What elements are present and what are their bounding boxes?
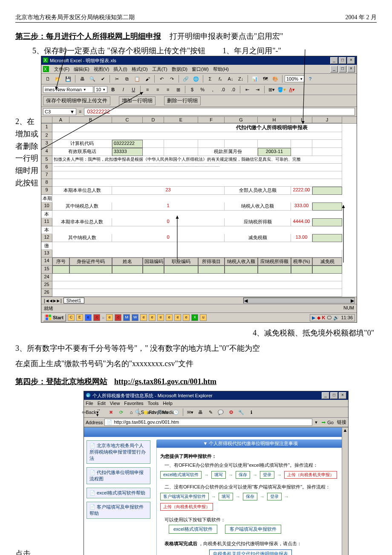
inc-dec-icon[interactable]: .0	[218, 85, 228, 94]
task-icon[interactable]: e	[85, 314, 92, 321]
task-icon[interactable]: ♫	[93, 314, 100, 321]
name-box[interactable]: C3▼	[43, 108, 76, 115]
align-right-icon[interactable]: ≡	[163, 85, 173, 94]
ie-menu-help[interactable]: Help	[163, 401, 173, 406]
kingsoft-icon[interactable]: ❂	[226, 408, 236, 416]
minimize-button[interactable]: _	[330, 57, 338, 64]
row-7[interactable]: 7	[41, 171, 52, 179]
ie-menu-edit[interactable]: Edit	[98, 401, 106, 406]
ie-menu-view[interactable]: View	[110, 401, 120, 406]
comma-icon[interactable]: ,	[208, 85, 217, 94]
formula-value[interactable]: 03222222	[84, 108, 355, 116]
ie-close-button[interactable]: ×	[339, 392, 346, 399]
tray-icon[interactable]: 🖵	[327, 315, 331, 320]
percent-icon[interactable]: %	[198, 85, 207, 94]
media-button[interactable]: 🎵Media	[161, 408, 170, 416]
menu-edit[interactable]: 编辑(E)	[74, 66, 89, 72]
col-F[interactable]: F	[198, 117, 225, 123]
drawing-icon[interactable]: 🎨	[271, 75, 280, 83]
col-D[interactable]: D	[143, 117, 164, 123]
indent-inc-icon[interactable]: ⇥	[253, 85, 262, 94]
links-label[interactable]: 链接	[337, 419, 346, 425]
tray-icon[interactable]: ◆	[317, 315, 320, 321]
tray-icon[interactable]: K	[322, 315, 326, 320]
row-2[interactable]: 2	[41, 132, 52, 140]
task-icon[interactable]: e	[157, 314, 164, 321]
task-icon[interactable]: C	[68, 314, 75, 321]
map-icon[interactable]: 🗺	[260, 75, 270, 83]
row-1[interactable]: 1	[41, 124, 52, 132]
format-painter-icon[interactable]: 🖌	[143, 75, 152, 83]
undo-icon[interactable]: ↶	[157, 75, 166, 83]
sidebar-item[interactable]: 📄客户端填写及申报软件帮助	[86, 502, 150, 519]
row-25[interactable]: 25	[41, 281, 52, 289]
col-A[interactable]: A	[52, 117, 69, 123]
print-icon[interactable]: 🖶	[196, 408, 205, 416]
preview-icon[interactable]: 🔍	[88, 75, 97, 83]
menu-file[interactable]: 文件(F)	[54, 66, 69, 72]
col-H[interactable]: H	[258, 117, 291, 123]
autosum-icon[interactable]: Σ	[205, 75, 215, 83]
download-excel-button[interactable]: excel格式填写软件	[169, 525, 217, 534]
value-computer-code[interactable]: 03222222	[112, 140, 143, 148]
scrollbar[interactable]: ▲▼	[342, 428, 348, 555]
row-4[interactable]: 4	[41, 148, 52, 156]
underline-icon[interactable]: U	[129, 85, 138, 94]
font-name-combo[interactable]: imes New Roman▼	[43, 86, 93, 93]
sheet1-tab[interactable]: Sheet1	[63, 298, 84, 304]
help-icon[interactable]: ?	[306, 75, 315, 83]
value-phone[interactable]: 33333	[112, 148, 143, 156]
row-11[interactable]: 11	[41, 218, 52, 226]
sidebar-item[interactable]: 📄代扣代缴单位明细申报流程图	[86, 467, 150, 484]
task-icon[interactable]: X	[191, 314, 198, 321]
task-icon[interactable]: E	[76, 314, 83, 321]
row-13[interactable]: 13	[41, 250, 52, 257]
go-button[interactable]: ⮕Go	[320, 420, 335, 425]
doc-restore-button[interactable]: □	[339, 66, 346, 72]
ie-menu-file[interactable]: File	[86, 401, 93, 406]
task-icon[interactable]: e	[106, 314, 113, 321]
mail-icon[interactable]: ✉▾	[185, 408, 195, 416]
bold-icon[interactable]: B	[108, 85, 118, 94]
row-10[interactable]: 10	[41, 202, 52, 211]
row-26[interactable]: 26	[41, 289, 52, 297]
forward-button[interactable]: → ▾	[96, 408, 105, 416]
doc-minimize-button[interactable]: _	[330, 66, 338, 72]
discuss-icon[interactable]: 💬	[216, 408, 225, 416]
align-left-icon[interactable]: ≡	[143, 85, 152, 94]
menu-window[interactable]: 窗口(W)	[192, 66, 209, 72]
col-B[interactable]: B	[69, 117, 112, 123]
select-all-cell[interactable]	[41, 117, 52, 123]
sort-asc-icon[interactable]: A↓	[226, 75, 235, 83]
start-button[interactable]: Start	[43, 314, 66, 321]
fill-color-icon[interactable]: 🪣▾	[277, 85, 286, 94]
refresh-icon[interactable]: ⟳	[116, 408, 126, 416]
row-5[interactable]: 5	[41, 156, 52, 164]
spreadsheet-grid[interactable]: A B C D E F G H I J 1 代扣代缴个人所得税明细申报表 2 3	[41, 117, 357, 297]
italic-icon[interactable]: I	[118, 85, 128, 94]
menu-help[interactable]: 帮助(H)	[213, 66, 229, 72]
function-icon[interactable]: fₓ	[216, 75, 225, 83]
task-icon[interactable]: e	[166, 314, 173, 321]
hyperlink-icon[interactable]: 🔗	[181, 75, 190, 83]
menu-insert[interactable]: 插入(I)	[113, 66, 127, 72]
zoom-combo[interactable]: 100%▼	[285, 75, 305, 82]
tool-icon[interactable]: 🔧	[236, 408, 246, 416]
row-15[interactable]: 15	[41, 266, 52, 274]
task-icon[interactable]: e	[149, 314, 156, 321]
row-3[interactable]: 3	[41, 140, 52, 148]
doc-close-button[interactable]: ×	[347, 66, 355, 72]
tab-last-icon[interactable]: ▶|	[57, 298, 63, 304]
value-tax-month[interactable]: 2003-11	[258, 148, 291, 156]
stop-icon[interactable]: ✖	[106, 408, 115, 416]
menu-tools[interactable]: 工具(T)	[152, 66, 167, 72]
web-icon[interactable]: 🌐	[191, 75, 201, 83]
close-button[interactable]: ×	[347, 57, 355, 64]
col-G[interactable]: G	[225, 117, 258, 123]
row-14[interactable]: 14	[41, 257, 52, 266]
paste-icon[interactable]: 📋	[133, 75, 142, 83]
col-E[interactable]: E	[164, 117, 198, 123]
tray-icon[interactable]: 🔊	[333, 315, 339, 321]
row-24[interactable]: 24	[41, 274, 52, 281]
tab-prev-icon[interactable]: ◀	[49, 298, 52, 304]
